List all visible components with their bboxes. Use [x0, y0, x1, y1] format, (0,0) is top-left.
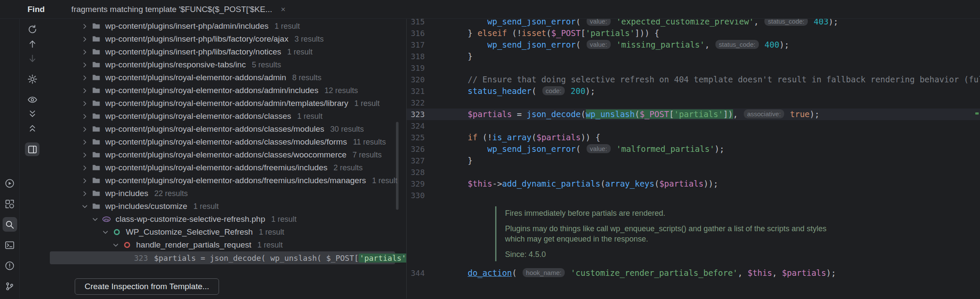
tree-row-label: WP_Customize_Selective_Refresh	[126, 227, 253, 237]
tree-row[interactable]: handle_render_partials_request1 result	[45, 239, 395, 251]
editor-line[interactable]: 330	[407, 190, 980, 201]
tree-row[interactable]: wp-includes/customize1 result	[45, 200, 395, 213]
tree-row[interactable]: wp-content/plugins/insert-php/admin/incl…	[45, 20, 395, 33]
editor-line[interactable]: 317 wp_send_json_error( value: 'missing_…	[407, 39, 980, 51]
settings-gear-icon[interactable]	[25, 72, 40, 86]
result-match-row[interactable]: 323$partials = json_decode( wp_unslash( …	[50, 251, 395, 264]
chevron-right-icon[interactable]	[80, 47, 89, 57]
line-number: 315	[407, 19, 434, 27]
find-toolwindow-header: Find fragments matching template '$FUNC$…	[0, 0, 980, 19]
terminal-icon[interactable]	[3, 238, 17, 252]
folder-icon	[91, 34, 101, 44]
results-panel: wp-content/plugins/insert-php/admin/incl…	[45, 19, 406, 299]
tree-row[interactable]: wp-includes22 results	[45, 187, 395, 200]
editor-line[interactable]: 329$this->add_dynamic_partials(array_key…	[407, 178, 980, 190]
tree-row[interactable]: wp-content/plugins/royal-elementor-addon…	[45, 84, 395, 97]
folder-icon	[91, 137, 101, 147]
result-count: 22 results	[154, 189, 188, 198]
folder-icon	[91, 98, 101, 109]
line-number: 324	[407, 120, 434, 132]
editor-line[interactable]: 323$partials = json_decode(wp_unslash($_…	[407, 109, 980, 120]
tree-row-label: handle_render_partials_request	[136, 240, 251, 250]
tree-row[interactable]: wp-content/plugins/royal-elementor-addon…	[45, 110, 395, 123]
match-line-number: 323	[134, 254, 148, 263]
tree-row[interactable]: wp-content/plugins/royal-elementor-addon…	[45, 161, 395, 174]
editor-line[interactable]: 327}	[407, 155, 980, 166]
result-count: 5 results	[252, 60, 281, 69]
tree-scrollbar[interactable]	[396, 122, 399, 210]
tree-row-label: wp-content/plugins/insert-php/admin/incl…	[105, 21, 268, 31]
editor-line[interactable]: 328	[407, 166, 980, 178]
run-icon[interactable]	[3, 176, 17, 190]
editor-line[interactable]: 316} elseif (!isset($_POST['partials']))…	[407, 27, 980, 39]
chevron-down-icon[interactable]	[90, 214, 100, 224]
tree-row[interactable]: wp-content/plugins/royal-elementor-addon…	[45, 174, 395, 187]
param-name-hint: value:	[587, 40, 611, 49]
tree-row[interactable]: wp-content/plugins/responsive-tabs/inc5 …	[45, 58, 395, 71]
tree-row[interactable]: WP_Customize_Selective_Refresh1 result	[45, 226, 395, 239]
doc-gap	[505, 218, 826, 223]
code-text: wp_send_json_error( value: 'expected_cus…	[434, 19, 838, 27]
code-text: wp_send_json_error( value: 'missing_part…	[434, 39, 789, 51]
result-count: 2 results	[334, 163, 363, 172]
tree-row-label: wp-content/plugins/royal-elementor-addon…	[105, 150, 347, 160]
editor-line[interactable]: 324	[407, 120, 980, 132]
folder-icon	[91, 124, 101, 134]
tree-row-label: wp-content/plugins/royal-elementor-addon…	[105, 99, 348, 108]
previous-occurrence-icon[interactable]	[25, 37, 40, 51]
folder-icon	[91, 47, 101, 57]
editor-line[interactable]: 320// Ensure that doing selective refres…	[407, 74, 980, 85]
chevron-right-icon[interactable]	[80, 163, 89, 172]
tree-row[interactable]: wp-content/plugins/insert-php/libs/facto…	[45, 45, 395, 58]
editor-line[interactable]: 318}	[407, 51, 980, 62]
chevron-right-icon[interactable]	[80, 21, 89, 31]
error-stripe[interactable]	[974, 19, 980, 299]
result-count: 8 results	[292, 73, 321, 82]
search-results-tab[interactable]: fragments matching template '$FUNC$($_PO…	[64, 0, 292, 18]
chevron-right-icon[interactable]	[80, 137, 89, 147]
preview-eye-icon[interactable]	[25, 93, 40, 106]
editor-line[interactable]: 344do_action( hook_name: 'customize_rend…	[407, 267, 980, 279]
class-icon	[112, 227, 122, 237]
chevron-down-icon[interactable]	[111, 240, 120, 250]
chevron-right-icon[interactable]	[80, 86, 89, 95]
problems-icon[interactable]	[3, 258, 17, 273]
tree-row[interactable]: phpclass-wp-customize-selective-refresh.…	[45, 213, 395, 226]
tree-row[interactable]: wp-content/plugins/insert-php/libs/facto…	[45, 33, 395, 45]
tree-row[interactable]: wp-content/plugins/royal-elementor-addon…	[45, 148, 395, 161]
param-name-hint: associative:	[744, 109, 784, 118]
editor-line[interactable]: 325if (!is_array($partials)) {	[407, 132, 980, 143]
chevron-right-icon[interactable]	[80, 112, 89, 121]
collapse-all-icon[interactable]	[25, 122, 40, 136]
chevron-right-icon[interactable]	[80, 124, 89, 134]
editor-line[interactable]: 322	[407, 97, 980, 109]
create-inspection-button[interactable]: Create Inspection from Template...	[75, 278, 219, 295]
editor-line[interactable]: 315 wp_send_json_error( value: 'expected…	[407, 19, 980, 27]
open-in-preview-icon[interactable]	[25, 142, 40, 156]
editor-line[interactable]: 326 wp_send_json_error( value: 'malforme…	[407, 143, 980, 155]
tree-row[interactable]: wp-content/plugins/royal-elementor-addon…	[45, 123, 395, 136]
search-icon[interactable]	[3, 217, 17, 232]
tree-row[interactable]: wp-content/plugins/royal-elementor-addon…	[45, 136, 395, 148]
chevron-right-icon[interactable]	[80, 176, 89, 185]
next-occurrence-icon[interactable]	[25, 51, 40, 65]
chevron-right-icon[interactable]	[80, 99, 89, 108]
chevron-right-icon[interactable]	[80, 73, 89, 82]
chevron-right-icon[interactable]	[80, 60, 89, 69]
chevron-right-icon[interactable]	[80, 189, 89, 198]
folder-icon	[91, 163, 101, 173]
match-marker-icon	[975, 112, 979, 115]
tree-row[interactable]: wp-content/plugins/royal-elementor-addon…	[45, 97, 395, 110]
services-icon[interactable]	[3, 196, 17, 211]
chevron-right-icon[interactable]	[80, 150, 89, 160]
refresh-icon[interactable]	[25, 22, 40, 36]
chevron-down-icon[interactable]	[100, 227, 110, 237]
close-icon[interactable]: ×	[281, 5, 286, 13]
version-control-icon[interactable]	[3, 279, 17, 293]
editor-line[interactable]: 319	[407, 62, 980, 74]
chevron-right-icon[interactable]	[80, 34, 89, 44]
tree-row[interactable]: wp-content/plugins/royal-elementor-addon…	[45, 71, 395, 84]
chevron-down-icon[interactable]	[80, 202, 89, 211]
editor-line[interactable]: 321status_header( code: 200);	[407, 85, 980, 97]
expand-all-icon[interactable]	[25, 107, 40, 121]
